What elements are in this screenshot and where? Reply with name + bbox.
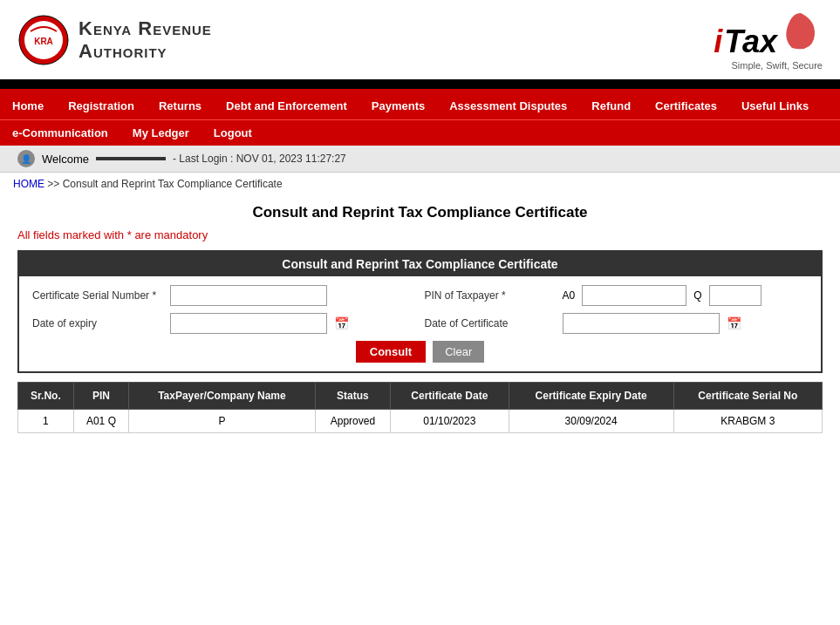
col-sr-no: Sr.No. (18, 383, 74, 410)
welcome-bar: 👤 Welcome - Last Login : NOV 01, 2023 11… (0, 146, 840, 173)
cert-serial-col: Certificate Serial Number * (32, 285, 416, 306)
col-pin: PIN (73, 383, 128, 410)
table-row: 1 A01 Q P Approved 01/10/2023 30/09/2024… (18, 410, 823, 433)
kra-logo-text: Kenya RevenueAuthority (79, 17, 212, 63)
pin-col: PIN of Taxpayer * A0 Q (425, 285, 809, 306)
date-expiry-calendar-icon[interactable]: 📅 (334, 316, 349, 330)
cell-sr-no: 1 (18, 410, 74, 433)
pin-input[interactable] (582, 285, 686, 306)
cell-cert-date: 01/10/2023 (391, 410, 509, 433)
date-cert-calendar-icon[interactable]: 📅 (727, 316, 741, 330)
form-row-2: Date of expiry 📅 Date of Certificate 📅 (32, 313, 808, 334)
welcome-label: Welcome (42, 153, 89, 166)
nav-ledger[interactable]: My Ledger (120, 120, 201, 146)
col-expiry-date: Certificate Expiry Date (509, 383, 673, 410)
mandatory-note: All fields marked with * are mandatory (17, 228, 823, 241)
nav-useful-links[interactable]: Useful Links (729, 92, 821, 119)
table-body: 1 A01 Q P Approved 01/10/2023 30/09/2024… (18, 410, 823, 433)
results-table: Sr.No. PIN TaxPayer/Company Name Status … (17, 382, 823, 433)
date-expiry-label: Date of expiry (32, 317, 163, 329)
breadcrumb-separator: >> (47, 178, 62, 190)
pin-prefix: A0 (563, 289, 576, 302)
breadcrumb-home[interactable]: HOME (13, 178, 44, 190)
cell-serial-no: KRABGM 3 (673, 410, 822, 433)
site-header: KRA Kenya RevenueAuthority i Tax Simple,… (0, 0, 840, 82)
date-cert-input[interactable] (563, 313, 720, 334)
nav-ecommunication[interactable]: e-Communication (0, 120, 120, 146)
date-cert-col: Date of Certificate 📅 (425, 313, 809, 334)
cert-serial-input[interactable] (170, 285, 327, 306)
col-cert-date: Certificate Date (391, 383, 509, 410)
date-cert-label: Date of Certificate (425, 317, 556, 329)
clear-button[interactable]: Clear (433, 341, 484, 363)
black-banner (0, 82, 840, 89)
last-login: - Last Login : NOV 01, 2023 11:27:27 (173, 153, 346, 165)
main-content: Consult and Reprint Tax Compliance Certi… (0, 195, 840, 442)
nav-refund[interactable]: Refund (579, 92, 643, 119)
itax-logo: i Tax Simple, Swift, Secure (714, 9, 823, 71)
form-section-title: Consult and Reprint Tax Compliance Certi… (19, 252, 821, 276)
secondary-nav: e-Communication My Ledger Logout (0, 119, 840, 146)
form-buttons: Consult Clear (32, 341, 808, 363)
kra-logo-icon: KRA (17, 14, 70, 66)
itax-tax: Tax (724, 24, 777, 60)
date-expiry-col: Date of expiry 📅 (32, 313, 416, 334)
user-icon: 👤 (17, 150, 35, 167)
itax-i: i (714, 24, 722, 60)
date-expiry-input[interactable] (170, 313, 327, 334)
col-serial-no: Certificate Serial No (673, 383, 822, 410)
form-body: Certificate Serial Number * PIN of Taxpa… (19, 276, 821, 371)
nav-logout[interactable]: Logout (201, 120, 264, 146)
kra-name: Kenya RevenueAuthority (79, 17, 212, 63)
form-section: Consult and Reprint Tax Compliance Certi… (17, 250, 823, 373)
nav-registration[interactable]: Registration (56, 92, 147, 119)
page-title: Consult and Reprint Tax Compliance Certi… (17, 204, 823, 221)
breadcrumb: HOME >> Consult and Reprint Tax Complian… (0, 173, 840, 195)
cell-taxpayer-name: P (128, 410, 315, 433)
content-wrapper: CYBER.CO.KE HOME >> Consult and Reprint … (0, 173, 840, 442)
kra-logo: KRA Kenya RevenueAuthority (17, 14, 212, 66)
pin-label: PIN of Taxpayer * (425, 289, 556, 302)
form-row-1: Certificate Serial Number * PIN of Taxpa… (32, 285, 808, 306)
svg-text:KRA: KRA (34, 37, 53, 46)
col-taxpayer-name: TaxPayer/Company Name (128, 383, 315, 410)
primary-nav: Home Registration Returns Debt and Enfor… (0, 92, 840, 119)
cert-serial-label: Certificate Serial Number * (32, 289, 163, 302)
nav-certificates[interactable]: Certificates (643, 92, 729, 119)
cell-pin: A01 Q (73, 410, 128, 433)
pin-extra-input[interactable] (709, 285, 761, 306)
col-status: Status (315, 383, 390, 410)
consult-button[interactable]: Consult (356, 341, 426, 363)
username-display (96, 157, 166, 160)
nav-payments[interactable]: Payments (359, 92, 437, 119)
pin-suffix: Q (693, 289, 701, 302)
cell-expiry-date: 30/09/2024 (509, 410, 673, 433)
cell-status: Approved (315, 410, 390, 433)
itax-tagline: Simple, Swift, Secure (731, 60, 823, 71)
nav-debt[interactable]: Debt and Enforcement (214, 92, 359, 119)
nav-home[interactable]: Home (0, 92, 56, 119)
table-header: Sr.No. PIN TaxPayer/Company Name Status … (18, 383, 823, 410)
breadcrumb-current: Consult and Reprint Tax Compliance Certi… (63, 178, 283, 190)
nav-assessment[interactable]: Assessment Disputes (437, 92, 579, 119)
itax-swirl-icon (779, 9, 823, 52)
nav-returns[interactable]: Returns (147, 92, 214, 119)
